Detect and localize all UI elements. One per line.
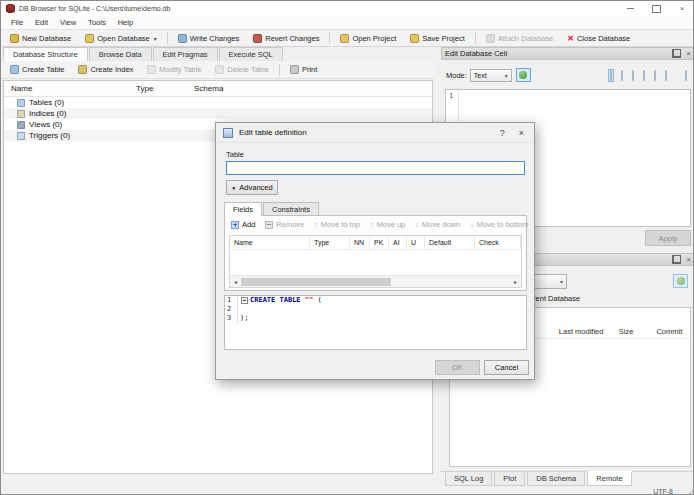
toolbar-separator xyxy=(279,64,280,76)
grid-column-pk[interactable]: PK xyxy=(370,236,389,249)
close-panel-icon[interactable]: × xyxy=(686,256,691,264)
attach-database-icon xyxy=(486,34,495,43)
fields-toolbar: AddRemove↑Move to top↑Move up↓Move down↓… xyxy=(225,216,526,233)
tree-column-name[interactable]: Name xyxy=(4,84,129,93)
tree-item-tables[interactable]: Tables (0) xyxy=(4,97,432,108)
encoding-indicator: UTF-8 xyxy=(653,488,673,495)
grid-column-type[interactable]: Type xyxy=(310,236,350,249)
toolbar-separator xyxy=(329,32,330,44)
open-file-icon[interactable] xyxy=(643,70,645,81)
main-toolbar: New DatabaseOpen Database▾Write ChangesR… xyxy=(1,29,694,47)
tree-item-tables-label: Tables (0) xyxy=(29,98,64,107)
dock-tab-plot[interactable]: Plot xyxy=(494,472,525,486)
write-changes-button[interactable]: Write Changes xyxy=(171,32,246,45)
tree-column-type[interactable]: Type xyxy=(129,84,187,93)
green-orb-icon xyxy=(677,277,685,285)
dock-tab-remote[interactable]: Remote xyxy=(587,471,631,486)
print-button[interactable]: Print xyxy=(283,63,324,76)
float-panel-icon[interactable] xyxy=(672,49,681,58)
menu-help[interactable]: Help xyxy=(112,18,139,27)
tree-column-schema[interactable]: Schema xyxy=(187,84,432,93)
sql-line: 1CREATE TABLE "" ( xyxy=(225,296,526,305)
grid-column-u[interactable]: U xyxy=(407,236,425,249)
menu-tools[interactable]: Tools xyxy=(82,18,112,27)
dock-tab-sql-log[interactable]: SQL Log xyxy=(445,472,492,486)
revert-changes-button[interactable]: Revert Changes xyxy=(246,32,326,45)
grid-column-check[interactable]: Check xyxy=(475,236,521,249)
dock-tab-db-schema[interactable]: DB Schema xyxy=(527,472,585,486)
toolbar-separator xyxy=(167,32,168,44)
scrollbar-thumb[interactable] xyxy=(241,278,391,286)
save-project-button[interactable]: Save Project xyxy=(403,32,472,45)
scroll-right-icon[interactable]: ▸ xyxy=(510,278,521,285)
menu-file[interactable]: File xyxy=(5,18,29,27)
export-icon[interactable] xyxy=(665,70,667,81)
import-icon[interactable] xyxy=(654,70,656,81)
dialog-tab-constraints[interactable]: Constraints xyxy=(263,202,319,216)
image-icon[interactable] xyxy=(632,70,634,81)
sql-token: ); xyxy=(240,314,248,323)
create-table-button[interactable]: Create Table xyxy=(3,63,71,76)
close-button[interactable]: × xyxy=(669,1,694,16)
dialog-close-icon[interactable]: × xyxy=(519,128,524,138)
new-database-button-label: New Database xyxy=(22,34,71,43)
mode-value: Text xyxy=(474,72,505,79)
tree-header: NameTypeSchema xyxy=(4,81,432,97)
null-icon[interactable] xyxy=(621,70,623,81)
move-down-button: ↓Move down xyxy=(413,220,468,229)
sql-preview-editor[interactable]: 1CREATE TABLE "" (23); xyxy=(224,295,527,350)
grid-column-name[interactable]: Name xyxy=(230,236,310,249)
menu-edit[interactable]: Edit xyxy=(29,18,54,27)
maximize-button[interactable] xyxy=(643,1,669,16)
open-database-button[interactable]: Open Database▾ xyxy=(78,32,164,45)
tab-browse-data[interactable]: Browse Data xyxy=(89,47,152,61)
tree-item-indices[interactable]: Indices (0) xyxy=(4,108,432,119)
dialog-tab-fields[interactable]: Fields xyxy=(224,202,262,216)
grid-column-default[interactable]: Default xyxy=(425,236,475,249)
print-icon[interactable] xyxy=(685,70,687,81)
create-table-icon xyxy=(10,65,19,74)
horizontal-scrollbar[interactable]: ◂ ▸ xyxy=(230,275,521,287)
fields-grid[interactable]: NameTypeNNPKAIUDefaultCheck ◂ ▸ xyxy=(229,235,522,288)
text-mode-icon[interactable] xyxy=(610,70,612,81)
tab-edit-pragmas[interactable]: Edit Pragmas xyxy=(153,47,218,61)
grid-column-nn[interactable]: NN xyxy=(350,236,370,249)
add-field-button[interactable]: Add xyxy=(229,220,263,229)
grid-column-ai[interactable]: AI xyxy=(389,236,407,249)
mode-dropdown[interactable]: Text ▾ xyxy=(470,69,512,82)
table-name-input[interactable] xyxy=(226,161,525,175)
help-icon[interactable]: ? xyxy=(500,128,505,138)
chevron-down-icon[interactable]: ▾ xyxy=(154,35,157,42)
move-down-button-label: Move down xyxy=(422,220,460,229)
sql-token: "" xyxy=(301,296,314,305)
open-project-button[interactable]: Open Project xyxy=(333,32,403,45)
menu-view[interactable]: View xyxy=(54,18,82,27)
minimize-button[interactable] xyxy=(617,1,643,16)
down-arrow-icon: ↓ xyxy=(415,221,419,228)
close-database-button-label: Close Database xyxy=(577,34,630,43)
move-to-bottom-button: ↓Move to bottom xyxy=(468,220,536,229)
minimize-icon xyxy=(627,8,634,9)
ok-button[interactable]: OK xyxy=(435,360,480,375)
sql-token: ( xyxy=(313,296,321,305)
tab-execute-sql[interactable]: Execute SQL xyxy=(219,47,283,61)
close-panel-icon[interactable]: × xyxy=(686,50,691,58)
tab-database-structure[interactable]: Database Structure xyxy=(3,47,88,61)
open-database-button-label: Open Database xyxy=(97,34,150,43)
float-panel-icon[interactable] xyxy=(672,255,681,264)
write-changes-icon xyxy=(178,34,187,43)
auto-apply-toggle[interactable] xyxy=(516,68,531,82)
sql-code xyxy=(238,305,240,314)
apply-button[interactable]: Apply xyxy=(645,230,691,246)
fold-marker-icon[interactable] xyxy=(241,297,248,304)
create-index-button[interactable]: Create Index xyxy=(71,63,140,76)
close-database-icon: ✕ xyxy=(567,34,574,43)
scroll-left-icon[interactable]: ◂ xyxy=(230,278,241,285)
revert-changes-button-label: Revert Changes xyxy=(265,34,319,43)
resize-grip[interactable] xyxy=(687,488,694,495)
cancel-button[interactable]: Cancel xyxy=(484,360,529,375)
connect-button[interactable] xyxy=(673,274,688,288)
new-database-button[interactable]: New Database xyxy=(3,32,78,45)
close-database-button[interactable]: ✕Close Database xyxy=(560,32,637,45)
advanced-button[interactable]: ▼ Advanced xyxy=(226,180,278,195)
